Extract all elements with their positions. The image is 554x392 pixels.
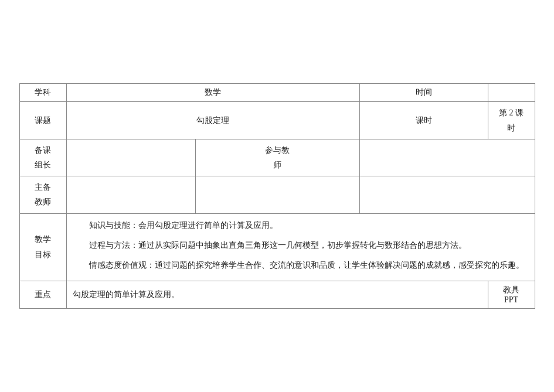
content-guocheng: 过程与方法：通过从实际问题中抽象出直角三角形这一几何模型，初步掌握转化与数形结合… — [73, 237, 529, 254]
keshi-label: 课时 — [360, 102, 488, 139]
canyujiaoshi-label: 参与教师 — [195, 139, 360, 176]
jiaoxuemubiao-label: 教学目标 — [19, 213, 66, 281]
zhubei-empty2 — [195, 176, 360, 213]
content-zhishi: 知识与技能：会用勾股定理进行简单的计算及应用。 — [73, 217, 529, 234]
table-row-beikezu: 备课组长 参与教师 — [19, 139, 535, 176]
jiaoju-label: 教具PPT — [488, 281, 535, 308]
table-row-zhongdian: 重点 勾股定理的简单计算及应用。 教具PPT — [19, 281, 535, 308]
content-qinggan: 情感态度价值观：通过问题的探究培养学生合作、交流的意识和品质，让学生体验解决问题… — [73, 257, 529, 274]
zhubei-empty3 — [360, 176, 535, 213]
zhubei-label: 主备教师 — [19, 176, 66, 213]
title-value: 勾股定理 — [66, 102, 360, 139]
zhubei-empty1 — [66, 176, 195, 213]
table-row-jiaoxuemubiao: 教学目标 知识与技能：会用勾股定理进行简单的计算及应用。 过程与方法：通过从实际… — [19, 213, 535, 281]
zhongdian-label: 重点 — [19, 281, 66, 308]
keti-label: 课题 — [19, 102, 66, 139]
zhongdian-content: 勾股定理的简单计算及应用。 — [66, 281, 488, 308]
beikezu-empty — [66, 139, 195, 176]
xueke-label: 学科 — [19, 84, 66, 102]
table-row-zhubei: 主备教师 — [19, 176, 535, 213]
time-label: 时间 — [360, 84, 488, 102]
table-row-keti: 课题 勾股定理 课时 第 2 课时 — [19, 102, 535, 139]
lesson-plan-table: 学科 数学 时间 课题 勾股定理 课时 第 2 课时 备课组长 参与教师 主备教… — [19, 83, 535, 308]
page-container: 学科 数学 时间 课题 勾股定理 课时 第 2 课时 备课组长 参与教师 主备教… — [19, 83, 535, 308]
keshi-value: 第 2 课时 — [488, 102, 535, 139]
time-value — [488, 84, 535, 102]
table-row-xueke: 学科 数学 时间 — [19, 84, 535, 102]
subject-value: 数学 — [66, 84, 360, 102]
canyujiaoshi-empty — [360, 139, 535, 176]
jiaoxuemubiao-content: 知识与技能：会用勾股定理进行简单的计算及应用。 过程与方法：通过从实际问题中抽象… — [66, 213, 535, 281]
beikezu-label: 备课组长 — [19, 139, 66, 176]
